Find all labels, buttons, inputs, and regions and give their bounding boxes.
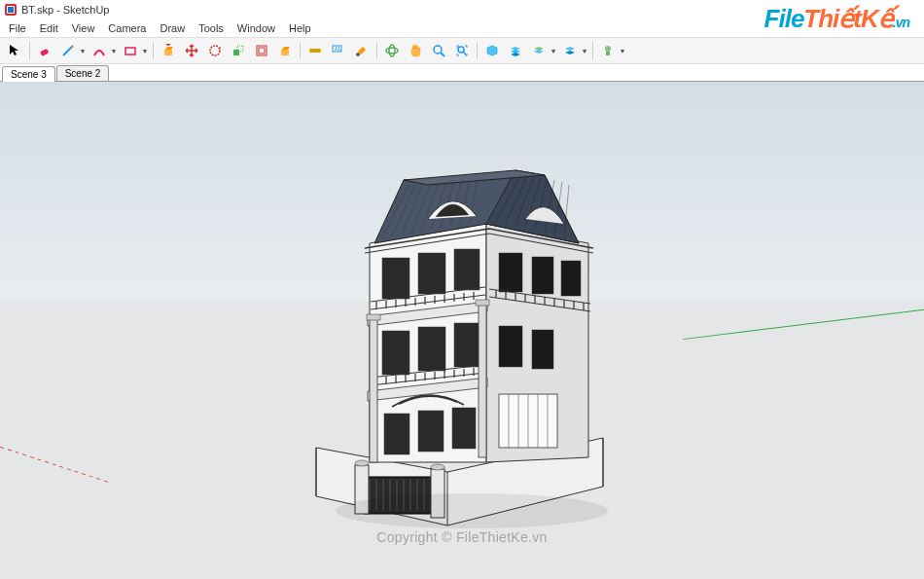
- toolbar-separator: [153, 42, 154, 59]
- svg-point-16: [386, 48, 398, 54]
- menu-edit[interactable]: Edit: [33, 21, 65, 35]
- svg-rect-36: [499, 326, 522, 367]
- scenes-dropdown[interactable]: ▼: [581, 40, 588, 61]
- svg-point-17: [389, 45, 395, 56]
- svg-rect-40: [452, 408, 476, 449]
- svg-rect-21: [606, 52, 610, 55]
- watermark-logo: FileThiếtKế.vn: [764, 4, 909, 34]
- menu-view[interactable]: View: [65, 21, 102, 35]
- toolbar-separator: [300, 42, 301, 59]
- svg-text:A1: A1: [335, 46, 340, 52]
- orbit-tool[interactable]: [381, 40, 403, 61]
- tape-tool[interactable]: [304, 40, 326, 61]
- 3d-model-villa[interactable]: [277, 127, 647, 535]
- svg-rect-44: [367, 314, 380, 320]
- rect-dropdown[interactable]: ▼: [141, 40, 149, 61]
- menu-camera[interactable]: Camera: [101, 21, 153, 35]
- move-tool[interactable]: [181, 40, 202, 61]
- svg-rect-42: [370, 316, 377, 462]
- svg-rect-27: [382, 258, 409, 299]
- menu-draw[interactable]: Draw: [153, 21, 192, 35]
- svg-rect-43: [479, 302, 486, 457]
- line-dropdown[interactable]: ▼: [79, 40, 87, 61]
- svg-point-25: [355, 460, 369, 466]
- svg-point-18: [434, 46, 442, 54]
- outliner-tool[interactable]: [528, 40, 550, 61]
- line-tool[interactable]: [57, 40, 79, 61]
- svg-rect-2: [8, 7, 14, 13]
- logo-part-thiet: ThiếtKế: [803, 4, 892, 33]
- menu-tools[interactable]: Tools: [192, 21, 231, 35]
- svg-rect-31: [532, 257, 553, 294]
- toolbar: ▼ ▼ ▼ A1: [0, 37, 924, 64]
- arc-dropdown[interactable]: ▼: [110, 40, 118, 61]
- toolbar-separator: [592, 42, 593, 59]
- scene-tab-3[interactable]: Scene 3: [2, 66, 55, 82]
- offset-tool[interactable]: [251, 40, 272, 61]
- zoom-tool[interactable]: [428, 40, 449, 61]
- followme-tool[interactable]: [274, 40, 296, 61]
- svg-point-6: [210, 46, 220, 55]
- svg-rect-33: [382, 331, 409, 375]
- text-tool[interactable]: A1: [328, 40, 349, 61]
- viewport[interactable]: Copyright © FileThietKe.vn: [0, 82, 924, 579]
- svg-rect-39: [418, 411, 444, 452]
- window-title: BT.skp - SketchUp: [21, 4, 109, 16]
- warehouse-tool[interactable]: [597, 40, 619, 61]
- warehouse-dropdown[interactable]: ▼: [619, 40, 626, 61]
- arc-tool[interactable]: [89, 40, 110, 61]
- outliner-dropdown[interactable]: ▼: [550, 40, 557, 61]
- layers-tool[interactable]: [505, 40, 526, 61]
- app-icon: [4, 3, 18, 17]
- menu-window[interactable]: Window: [231, 21, 282, 35]
- svg-rect-4: [125, 48, 135, 54]
- select-tool[interactable]: [4, 40, 25, 61]
- toolbar-separator: [29, 42, 30, 59]
- svg-rect-30: [499, 253, 522, 292]
- scenes-tool[interactable]: [559, 40, 581, 61]
- section-tool[interactable]: [481, 40, 503, 61]
- pan-tool[interactable]: [405, 40, 426, 61]
- zoom-extents-tool[interactable]: [451, 40, 473, 61]
- svg-point-46: [336, 493, 608, 528]
- paint-tool[interactable]: [351, 40, 373, 61]
- toolbar-separator: [477, 42, 478, 59]
- svg-rect-38: [384, 414, 409, 454]
- rectangle-tool[interactable]: [120, 40, 141, 61]
- eraser-tool[interactable]: [34, 40, 55, 61]
- logo-part-file: File: [764, 4, 804, 33]
- svg-rect-34: [418, 327, 445, 371]
- menu-file[interactable]: File: [2, 21, 33, 35]
- svg-rect-37: [532, 330, 553, 369]
- svg-rect-11: [281, 50, 289, 55]
- svg-rect-7: [233, 50, 239, 55]
- scale-tool[interactable]: [228, 40, 249, 61]
- logo-part-vn: .vn: [893, 15, 909, 30]
- svg-point-26: [431, 464, 444, 470]
- svg-rect-35: [454, 323, 480, 367]
- svg-rect-3: [40, 49, 49, 56]
- svg-rect-29: [454, 249, 480, 290]
- watermark-copyright: Copyright © FileThietKe.vn: [376, 529, 547, 545]
- svg-point-20: [605, 46, 611, 52]
- menu-help[interactable]: Help: [282, 21, 318, 35]
- scene-tabs: Scene 3 Scene 2: [0, 64, 924, 82]
- svg-rect-10: [259, 48, 265, 54]
- svg-point-15: [356, 53, 360, 56]
- scene-tab-2[interactable]: Scene 2: [56, 65, 110, 81]
- toolbar-separator: [376, 42, 377, 59]
- svg-rect-5: [164, 50, 172, 55]
- svg-rect-45: [476, 300, 489, 306]
- rotate-tool[interactable]: [204, 40, 226, 61]
- svg-rect-32: [561, 261, 581, 296]
- svg-rect-28: [418, 253, 445, 294]
- pushpull-tool[interactable]: [158, 40, 179, 61]
